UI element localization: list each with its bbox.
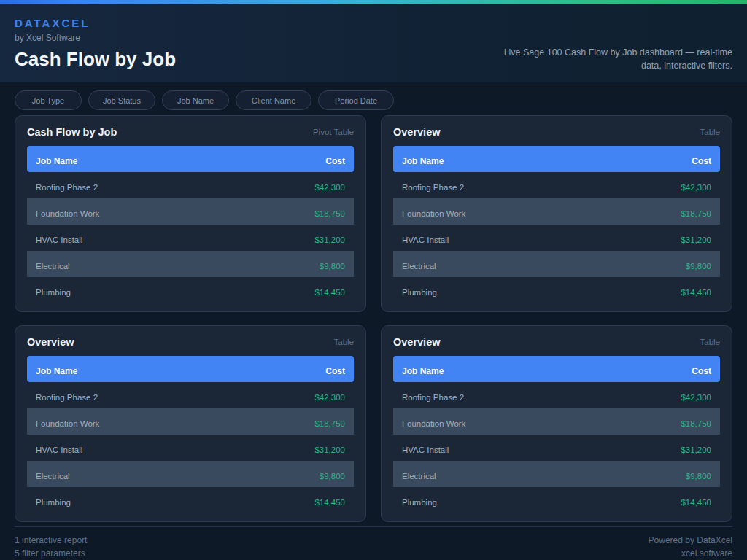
footer-filters-summary: 5 filter parameters	[15, 547, 87, 560]
table-row[interactable]: Roofing Phase 2 $42,300	[27, 382, 354, 408]
cost-cell: $14,450	[681, 498, 711, 507]
cost-cell: $9,800	[686, 262, 711, 271]
card-header: Overview Table	[27, 335, 354, 349]
filter-pill-job-name[interactable]: Job Name	[162, 90, 229, 110]
header-description: Live Sage 100 Cash Flow by Job dashboard…	[492, 46, 732, 82]
job-name-cell: HVAC Install	[402, 446, 449, 454]
job-name-cell: HVAC Install	[36, 446, 82, 454]
footer-summary: 1 interactive report 5 filter parameters	[15, 534, 87, 560]
table-header-row[interactable]: Job Name Cost	[27, 146, 354, 172]
column-header-job-name[interactable]: Job Name	[402, 366, 444, 376]
job-name-cell: HVAC Install	[36, 236, 82, 244]
cost-cell: $18,750	[314, 419, 345, 428]
card-cash-flow-by-job: Cash Flow by Job Pivot Table Job Name Co…	[15, 115, 366, 312]
cost-cell: $14,450	[314, 288, 345, 297]
filter-pill-job-status[interactable]: Job Status	[88, 90, 155, 110]
footer-powered-by: Powered by DataXcel	[649, 534, 732, 547]
table-row[interactable]: Roofing Phase 2 $42,300	[393, 382, 720, 408]
brand-byline: by Xcel Software	[15, 33, 176, 43]
table-row[interactable]: HVAC Install $31,200	[393, 225, 720, 251]
job-name-cell: HVAC Install	[402, 236, 449, 244]
table-row[interactable]: Electrical $9,800	[393, 251, 720, 277]
card-header: Cash Flow by Job Pivot Table	[27, 125, 354, 139]
footer-credits: Powered by DataXcel xcel.software	[649, 534, 732, 560]
card-overview-2: Overview Table Job Name Cost Roofing Pha…	[15, 325, 366, 522]
filter-bar: Job Type Job Status Job Name Client Name…	[0, 82, 747, 114]
cost-cell: $18,750	[314, 209, 345, 218]
card-title: Overview	[393, 336, 441, 348]
column-header-job-name[interactable]: Job Name	[402, 156, 444, 166]
table-header-row[interactable]: Job Name Cost	[393, 146, 720, 172]
table-row[interactable]: Plumbing $14,450	[393, 277, 720, 303]
column-header-cost[interactable]: Cost	[325, 156, 345, 166]
table-row[interactable]: Electrical $9,800	[27, 251, 354, 277]
card-overview-3: Overview Table Job Name Cost Roofing Pha…	[381, 325, 732, 522]
table-row[interactable]: Plumbing $14,450	[27, 487, 354, 513]
job-name-cell: Roofing Phase 2	[402, 183, 464, 192]
filter-pill-client-name[interactable]: Client Name	[236, 90, 311, 110]
cost-cell: $18,750	[681, 209, 711, 218]
table-row[interactable]: Electrical $9,800	[27, 461, 354, 487]
cost-cell: $31,200	[314, 446, 345, 454]
job-name-cell: Roofing Phase 2	[36, 183, 98, 192]
job-name-cell: Electrical	[36, 472, 70, 481]
cost-cell: $9,800	[686, 472, 711, 481]
table-row[interactable]: Foundation Work $18,750	[27, 198, 354, 225]
card-header: Overview Table	[393, 125, 720, 139]
table-row[interactable]: Foundation Work $18,750	[393, 408, 720, 435]
table-row[interactable]: Roofing Phase 2 $42,300	[393, 172, 720, 198]
table-row[interactable]: Foundation Work $18,750	[393, 198, 720, 225]
page-header: DATAXCEL by Xcel Software Cash Flow by J…	[0, 4, 747, 82]
job-name-cell: Electrical	[36, 262, 70, 271]
page-footer: 1 interactive report 5 filter parameters…	[15, 526, 732, 560]
job-name-cell: Roofing Phase 2	[36, 393, 98, 402]
card-type-label: Table	[334, 338, 355, 346]
job-name-cell: Electrical	[402, 472, 436, 481]
filter-pill-period-date[interactable]: Period Date	[318, 90, 394, 110]
table-row[interactable]: HVAC Install $31,200	[27, 225, 354, 251]
column-header-cost[interactable]: Cost	[325, 366, 345, 376]
cost-cell: $9,800	[320, 472, 345, 481]
job-name-cell: Plumbing	[402, 288, 437, 297]
cost-cell: $42,300	[314, 393, 345, 402]
column-header-cost[interactable]: Cost	[692, 366, 711, 376]
column-header-job-name[interactable]: Job Name	[36, 156, 77, 166]
cost-cell: $31,200	[681, 236, 711, 244]
card-type-label: Table	[700, 128, 721, 136]
cost-cell: $42,300	[314, 183, 345, 192]
card-type-label: Pivot Table	[313, 128, 354, 136]
job-name-cell: Plumbing	[36, 498, 71, 507]
card-header: Overview Table	[393, 335, 720, 349]
cost-cell: $42,300	[681, 183, 711, 192]
brand-logo: DATAXCEL	[15, 17, 176, 29]
cost-cell: $31,200	[314, 236, 345, 244]
brand-block: DATAXCEL by Xcel Software Cash Flow by J…	[15, 17, 176, 82]
table-header-row[interactable]: Job Name Cost	[393, 356, 720, 382]
cost-cell: $42,300	[681, 393, 711, 402]
job-name-cell: Roofing Phase 2	[402, 393, 464, 402]
filter-pill-job-type[interactable]: Job Type	[15, 90, 82, 110]
cost-cell: $9,800	[320, 262, 345, 271]
table-row[interactable]: HVAC Install $31,200	[393, 435, 720, 461]
table-row[interactable]: Electrical $9,800	[393, 461, 720, 487]
table-row[interactable]: Plumbing $14,450	[27, 277, 354, 303]
page-title: Cash Flow by Job	[15, 48, 176, 71]
job-name-cell: Plumbing	[402, 498, 437, 507]
card-title: Cash Flow by Job	[27, 126, 117, 138]
cost-cell: $31,200	[681, 446, 711, 454]
cost-cell: $14,450	[314, 498, 345, 507]
table-row[interactable]: Plumbing $14,450	[393, 487, 720, 513]
card-overview-1: Overview Table Job Name Cost Roofing Pha…	[381, 115, 732, 312]
table-row[interactable]: Foundation Work $18,750	[27, 408, 354, 435]
cards-grid: Cash Flow by Job Pivot Table Job Name Co…	[0, 114, 747, 522]
footer-reports-summary: 1 interactive report	[15, 534, 87, 547]
column-header-job-name[interactable]: Job Name	[36, 366, 77, 376]
table-header-row[interactable]: Job Name Cost	[27, 356, 354, 382]
column-header-cost[interactable]: Cost	[692, 156, 711, 166]
job-name-cell: Plumbing	[36, 288, 71, 297]
card-title: Overview	[27, 336, 74, 348]
footer-website: xcel.software	[649, 547, 732, 560]
job-name-cell: Electrical	[402, 262, 436, 271]
table-row[interactable]: HVAC Install $31,200	[27, 435, 354, 461]
table-row[interactable]: Roofing Phase 2 $42,300	[27, 172, 354, 198]
